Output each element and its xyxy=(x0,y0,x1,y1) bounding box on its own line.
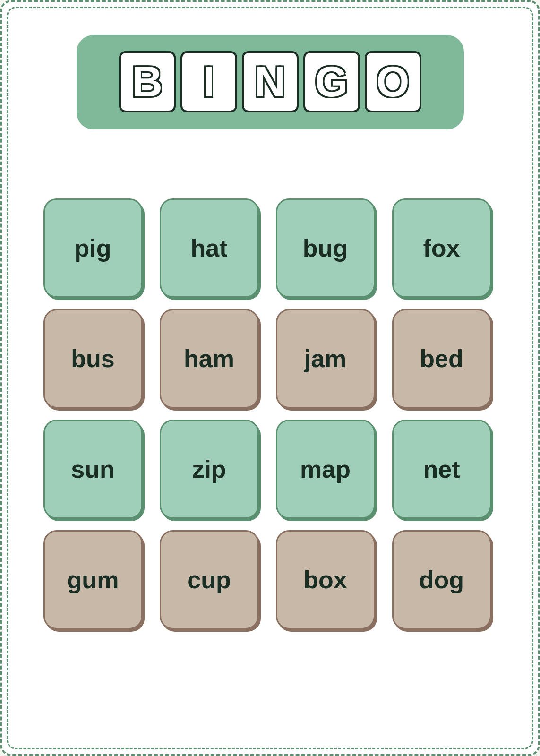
bingo-cell-box[interactable]: box xyxy=(276,530,375,629)
bingo-cell-bug[interactable]: bug xyxy=(276,198,375,298)
bingo-cell-fox[interactable]: fox xyxy=(392,198,491,298)
bingo-cell-gum[interactable]: gum xyxy=(43,530,143,629)
bingo-cell-bed[interactable]: bed xyxy=(392,309,491,408)
bingo-cell-hat[interactable]: hat xyxy=(160,198,259,298)
bingo-cell-cup[interactable]: cup xyxy=(160,530,259,629)
bingo-cell-map[interactable]: map xyxy=(276,420,375,519)
bingo-cell-net[interactable]: net xyxy=(392,420,491,519)
bingo-cell-zip[interactable]: zip xyxy=(160,420,259,519)
bingo-title: BINGO xyxy=(119,51,421,112)
bingo-cell-pig[interactable]: pig xyxy=(43,198,143,298)
bingo-cell-bus[interactable]: bus xyxy=(43,309,143,408)
bingo-letter-i: I xyxy=(180,51,237,112)
bingo-card: BINGO pighatbugfoxbushamjambedsunzipmapn… xyxy=(0,0,540,756)
bingo-letter-b: B xyxy=(119,51,176,112)
bingo-letter-o: O xyxy=(365,51,421,112)
bingo-cell-sun[interactable]: sun xyxy=(43,420,143,519)
bingo-cell-jam[interactable]: jam xyxy=(276,309,375,408)
bingo-letter-g: G xyxy=(303,51,360,112)
header-banner: BINGO xyxy=(77,35,464,129)
bingo-cell-ham[interactable]: ham xyxy=(160,309,259,408)
bingo-letter-n: N xyxy=(242,51,299,112)
bingo-cell-dog[interactable]: dog xyxy=(392,530,491,629)
bingo-grid: pighatbugfoxbushamjambedsunzipmapnetgumc… xyxy=(43,198,497,629)
